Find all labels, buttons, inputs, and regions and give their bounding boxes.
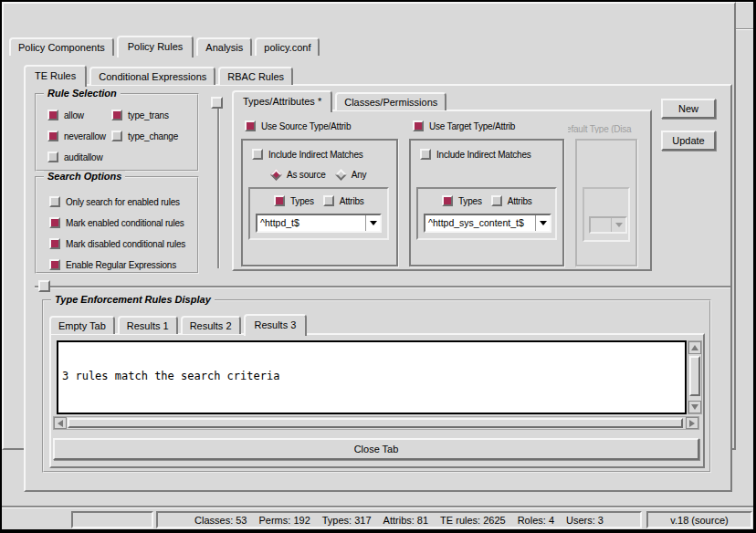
enable-regular-expressions-checkbox[interactable] [49,259,60,270]
dropdown-arrow-icon [370,221,377,225]
target-type-value: ^httpd_sys_content_t$ [425,215,535,231]
stat-types: Types: 317 [322,515,372,526]
tab-results-2[interactable]: Results 2 [181,316,241,334]
checkbox-row: neverallow [47,131,106,141]
vertical-sash[interactable] [217,97,219,268]
target-combo-dropdown-button[interactable] [535,215,550,231]
checkbox-row: Only search for enabled rules [49,196,185,207]
target-types-checkbox[interactable] [442,195,453,206]
use-target-row: Use Target Type/Attrib [413,120,515,131]
use-source-row: Use Source Type/Attrib [245,120,351,131]
source-radio-row: As source Any [272,170,366,180]
stat-roles: Roles: 4 [518,515,554,526]
search-options-group: Search Options Only search for enabled r… [35,176,199,274]
results-tabbar: Empty TabResults 1Results 2Results 3 [49,315,310,334]
allow-label: allow [64,110,84,120]
target-type-combobox[interactable]: ^httpd_sys_content_t$ [424,214,551,233]
any-label: Any [352,170,367,180]
rule-selection-col1: allowneverallowauditallow [47,110,106,172]
type-trans-checkbox[interactable] [111,110,122,120]
policy-statistics: Classes: 53Perms: 192Types: 317Attribs: … [194,515,604,526]
allow-checkbox[interactable] [47,110,58,120]
as-source-radio[interactable] [270,169,282,181]
mark-disabled-conditional-rules-checkbox[interactable] [49,238,60,249]
apol-window: FileSearchQueryAdvancedHelp Policy Compo… [0,0,756,533]
tab-results-1[interactable]: Results 1 [118,316,178,334]
default-type-combobox [589,216,627,234]
auditallow-label: auditallow [64,152,102,162]
use-source-label: Use Source Type/Attrib [261,121,351,131]
scroll-right-icon [689,420,695,427]
tab-analysis[interactable]: Analysis [196,37,252,56]
horizontal-sash-handle[interactable] [38,280,50,292]
type-change-checkbox[interactable] [111,131,122,141]
checkbox-row: allow [47,110,106,120]
dropdown-arrow-icon [540,221,547,225]
use-target-label: Use Target Type/Attrib [429,121,515,131]
tab-policy-components[interactable]: Policy Components [9,37,114,56]
mark-disabled-conditional-rules-label: Mark disabled conditional rules [66,239,185,249]
type-change-label: type_change [128,131,178,141]
update-button[interactable]: Update [661,131,716,151]
results-horizontal-scrollbar[interactable] [53,416,699,430]
search-options-title: Search Options [44,171,125,182]
mark-enabled-conditional-rules-label: Mark enabled conditional rules [66,218,184,228]
close-tab-button[interactable]: Close Tab [53,438,699,460]
only-search-for-enabled-rules-checkbox[interactable] [49,196,60,207]
tab-rbac-rules[interactable]: RBAC Rules [218,67,293,85]
use-target-checkbox[interactable] [413,120,424,131]
target-types-row: Types Attribs [442,195,532,206]
tab-empty-tab[interactable]: Empty Tab [49,316,115,334]
checkbox-row: type_change [111,131,178,141]
new-button[interactable]: New [661,99,716,119]
scroll-down-icon [691,404,698,410]
vertical-scroll-thumb[interactable] [689,356,700,396]
tab-conditional-expressions[interactable]: Conditional Expressions [89,67,215,85]
checkbox-row: Mark enabled conditional rules [49,217,185,228]
checkbox-row: Enable Regular Expressions [49,259,185,270]
target-indirect-checkbox[interactable] [420,149,431,160]
tab-classes-permissions[interactable]: Classes/Permissions [335,92,446,110]
auditallow-checkbox[interactable] [47,152,58,162]
source-indirect-row: Include Indirect Matches [252,149,363,160]
any-radio[interactable] [335,169,347,181]
scroll-right-button[interactable] [686,417,698,429]
neverallow-checkbox[interactable] [47,131,58,141]
target-indirect-row: Include Indirect Matches [420,149,531,160]
status-empty-box [71,511,153,528]
horizontal-scroll-thumb[interactable] [68,418,683,428]
rule-selection-col2: type_transtype_change [111,110,178,152]
target-attribs-checkbox[interactable] [491,195,502,206]
tab-policy-conf[interactable]: policy.conf [255,37,320,56]
enable-regular-expressions-label: Enable Regular Expressions [66,260,176,270]
source-attribs-label: Attribs [340,196,364,206]
scroll-up-button[interactable] [688,341,701,354]
results-text-area[interactable]: 3 rules match the search criteria (5822)… [57,340,687,414]
target-attribs-label: Attribs [508,196,532,206]
default-type-value [591,218,611,232]
source-indirect-checkbox[interactable] [252,149,263,160]
tab-policy-rules[interactable]: Policy Rules [117,36,194,57]
source-types-checkbox[interactable] [274,195,285,206]
scroll-left-button[interactable] [54,417,67,429]
source-type-value: ^httpd_t$ [257,215,365,231]
scroll-down-button[interactable] [688,401,701,413]
source-types-box: Types Attribs ^httpd_t$ [248,187,389,240]
dropdown-arrow-icon [615,223,623,227]
source-attribs-checkbox[interactable] [323,195,334,206]
use-source-checkbox[interactable] [245,120,256,131]
tab-results-3[interactable]: Results 3 [244,314,308,336]
tab-types-attributes[interactable]: Types/Attributes * [232,90,332,112]
source-combo-dropdown-button[interactable] [365,215,380,231]
tab-te-rules[interactable]: TE Rules [24,65,87,87]
mark-enabled-conditional-rules-checkbox[interactable] [49,217,60,228]
results-summary: 3 rules match the search criteria [62,370,681,382]
stat-users: Users: 3 [566,515,604,526]
horizontal-sash[interactable] [35,286,730,287]
source-type-combobox[interactable]: ^httpd_t$ [256,214,382,233]
vertical-sash-handle[interactable] [211,97,223,109]
stat-perms: Perms: 192 [259,515,310,526]
status-version-box: v.18 (source) [646,511,752,528]
te-rules-display-title: Type Enforcement Rules Display [51,294,215,305]
results-vertical-scrollbar[interactable] [688,340,702,414]
